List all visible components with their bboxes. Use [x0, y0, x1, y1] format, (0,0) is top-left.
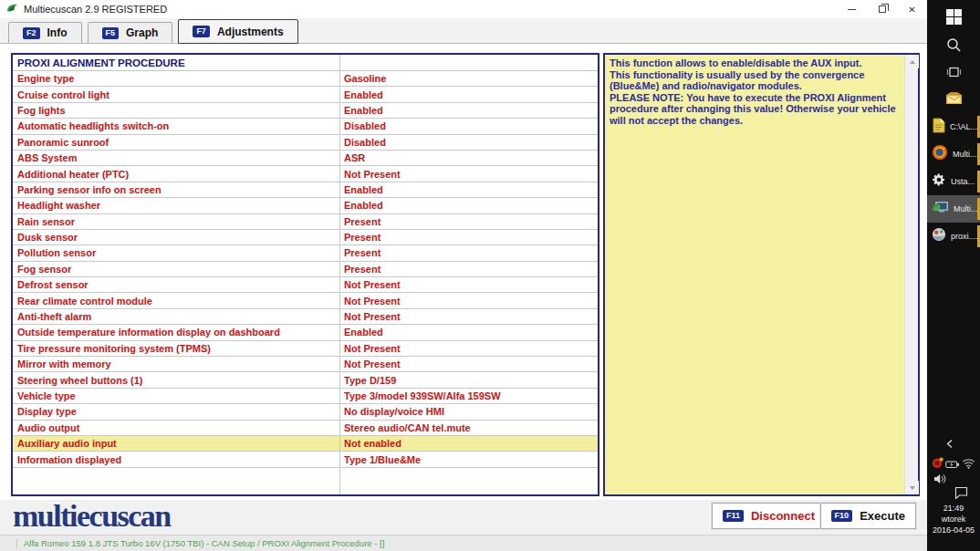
- hidden-icons-chevron[interactable]: [945, 436, 954, 452]
- row-value: ASR: [339, 152, 598, 163]
- table-row[interactable]: Engine typeGasoline: [13, 71, 598, 87]
- table-row[interactable]: Fog lightsEnabled: [13, 103, 598, 119]
- tab-graph-label: Graph: [126, 26, 158, 39]
- f5-key-badge: F5: [102, 27, 120, 39]
- scroll-down-arrow-icon[interactable]: [905, 481, 919, 494]
- volume-tray-icon[interactable]: [933, 472, 947, 488]
- row-label: Parking sensor info on screen: [13, 184, 339, 195]
- windows-taskbar: C:\AL...Multi...Usta...Multi...proxi....…: [927, 0, 980, 551]
- row-value: Type 3/model 939SW/Alfa 159SW: [339, 390, 598, 401]
- table-row[interactable]: Audio outputStereo audio/CAN tel.mute: [13, 421, 598, 436]
- row-value: Stereo audio/CAN tel.mute: [339, 422, 598, 433]
- table-row[interactable]: Mirror with memoryNot Present: [13, 357, 598, 372]
- tab-adjustments-label: Adjustments: [217, 26, 284, 38]
- row-label: Fog lights: [13, 105, 339, 116]
- antivirus-tray-icon[interactable]: [932, 456, 944, 473]
- table-row[interactable]: Cruise control lightEnabled: [13, 87, 598, 102]
- search-icon: [946, 37, 961, 56]
- row-value: Enabled: [339, 89, 598, 100]
- table-row[interactable]: Dusk sensorPresent: [13, 230, 598, 245]
- table-row[interactable]: Anti-theft alarmNot Present: [13, 309, 598, 325]
- status-divider: [16, 539, 17, 548]
- table-row[interactable]: Rear climate control moduleNot Present: [13, 293, 598, 308]
- tab-graph[interactable]: F5 Graph: [88, 22, 173, 43]
- taskbar-app-gear[interactable]: Usta...: [927, 168, 980, 195]
- firefox-icon: [932, 144, 948, 164]
- description-line: PLEASE NOTE: You have to execute the PRO…: [610, 92, 899, 127]
- start-button[interactable]: [927, 5, 980, 31]
- row-label: Information displayed: [13, 454, 339, 465]
- row-value: Enabled: [339, 105, 598, 116]
- table-row[interactable]: Defrost sensorNot Present: [13, 277, 598, 293]
- row-label: Cruise control light: [13, 89, 339, 100]
- table-header: PROXI ALIGNMENT PROCEDURE: [13, 55, 598, 71]
- row-label: Vehicle type: [13, 390, 339, 401]
- tab-info[interactable]: F2 Info: [8, 22, 82, 43]
- row-value: Not enabled: [339, 438, 598, 449]
- table-row[interactable]: Tire pressure monitoring system (TPMS)No…: [13, 341, 598, 357]
- row-value: Not Present: [339, 296, 598, 307]
- table-row[interactable]: Automatic headlights switch-onDisabled: [13, 119, 598, 134]
- row-value: Present: [339, 232, 598, 243]
- multiecuscan-window: Multiecuscan 2.9 REGISTERED ✕ F2 Info F5…: [0, 0, 927, 551]
- row-label: Additional heater (PTC): [13, 169, 339, 180]
- document-icon: [932, 118, 945, 137]
- task-view-button[interactable]: [927, 62, 980, 86]
- close-button[interactable]: ✕: [897, 0, 927, 18]
- taskbar-app-multiecuscan[interactable]: Multi...: [927, 195, 980, 223]
- scroll-up-arrow-icon[interactable]: [905, 55, 919, 68]
- table-row[interactable]: Display typeNo display/voice HMI: [13, 404, 598, 420]
- row-value: Not Present: [339, 311, 598, 322]
- vehicle-status-text: Alfa Romeo 159 1.8 JTS Turbo 16V (1750 T…: [24, 538, 384, 548]
- battery-tray-icon[interactable]: [945, 456, 960, 473]
- minimize-button[interactable]: [837, 0, 867, 18]
- taskbar-clock[interactable]: 21:49 wtorek 2016-04-05: [927, 503, 980, 535]
- table-row[interactable]: ABS SystemASR: [13, 151, 598, 166]
- table-row[interactable]: Steering wheel buttons (1)Type D/159: [13, 372, 598, 388]
- clock-day: wtorek: [927, 514, 980, 525]
- adjustments-page: PROXI ALIGNMENT PROCEDURE Engine typeGas…: [0, 44, 927, 500]
- row-value: Type 1/Blue&Me: [339, 454, 598, 465]
- table-row[interactable]: Additional heater (PTC)Not Present: [13, 166, 598, 182]
- description-scrollbar[interactable]: [904, 55, 918, 494]
- multiecuscan-icon: [932, 200, 949, 218]
- disconnect-label: Disconnect: [751, 509, 815, 523]
- column-divider: [339, 55, 340, 494]
- table-row[interactable]: Headlight washerEnabled: [13, 198, 598, 213]
- row-label: Mirror with memory: [13, 359, 339, 369]
- table-row[interactable]: Parking sensor info on screenEnabled: [13, 182, 598, 198]
- search-button[interactable]: [927, 35, 980, 58]
- execute-button[interactable]: F10 Execute: [820, 503, 916, 529]
- table-row[interactable]: Vehicle typeType 3/model 939SW/Alfa 159S…: [13, 389, 598, 404]
- windows-logo-icon: [946, 9, 962, 28]
- description-panel: This function allows to enable/disable t…: [603, 53, 920, 496]
- table-row[interactable]: Pollution sensorPresent: [13, 245, 598, 261]
- row-label: Automatic headlights switch-on: [13, 120, 339, 131]
- table-row[interactable]: Information displayedType 1/Blue&Me: [13, 452, 598, 467]
- row-label: Display type: [13, 406, 339, 417]
- f10-key-badge: F10: [831, 510, 853, 522]
- table-row[interactable]: Fog sensorPresent: [13, 262, 598, 277]
- taskbar-app-firefox[interactable]: Multi...: [927, 140, 980, 168]
- wifi-tray-icon[interactable]: [962, 456, 975, 473]
- taskbar-app-proxi[interactable]: proxi....: [927, 223, 980, 250]
- table-row[interactable]: Auxiliary audio inputNot enabled: [13, 436, 598, 452]
- multiecuscan-logo: multiecuscan: [13, 500, 171, 533]
- row-label: Engine type: [13, 73, 339, 84]
- window-title: Multiecuscan 2.9 REGISTERED: [24, 4, 167, 15]
- disconnect-button[interactable]: F11 Disconnect: [712, 503, 826, 529]
- table-row[interactable]: Rain sensorPresent: [13, 214, 598, 230]
- mail-button[interactable]: [927, 88, 980, 111]
- table-row[interactable]: Outside temperature information display …: [13, 325, 598, 340]
- action-center-icon[interactable]: [954, 486, 968, 503]
- table-row[interactable]: Panoramic sunroofDisabled: [13, 135, 598, 151]
- restore-button[interactable]: [867, 0, 897, 18]
- titlebar: Multiecuscan 2.9 REGISTERED ✕: [0, 0, 927, 18]
- tab-bar: F2 Info F5 Graph F7 Adjustments: [0, 18, 927, 44]
- row-value: Not Present: [339, 343, 598, 354]
- taskbar-app-document[interactable]: C:\AL...: [927, 113, 980, 140]
- row-label: Tire pressure monitoring system (TPMS): [13, 343, 339, 354]
- clock-date: 2016-04-05: [927, 525, 980, 535]
- desktop: Multiecuscan 2.9 REGISTERED ✕ F2 Info F5…: [0, 0, 980, 551]
- tab-adjustments[interactable]: F7 Adjustments: [178, 19, 297, 44]
